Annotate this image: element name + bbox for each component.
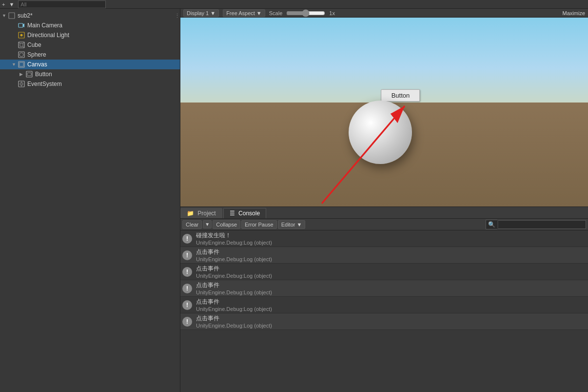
scene-label: sub2* [18,12,33,19]
log-item-4[interactable]: ! 点击事件 UnityEngine.Debug:Log (object) [180,280,588,297]
hierarchy-item-canvas[interactable]: ▼ Canvas [0,60,180,69]
add-button[interactable]: + [2,1,5,7]
console-tab-icon: ☰ [230,210,235,217]
svg-rect-13 [20,62,23,66]
scale-label: Scale [269,10,283,16]
hierarchy-item-main-camera[interactable]: Main Camera [0,21,180,30]
log-main-6: 点击事件 [196,314,272,323]
log-icon-1: ! [182,234,192,244]
viewport-toolbar: Display 1 ▼ Free Aspect ▼ Scale 1x Maxim… [180,9,588,18]
svg-rect-0 [9,13,15,19]
log-text-6: 点击事件 UnityEngine.Debug:Log (object) [196,314,272,329]
camera-icon [18,21,25,29]
log-icon-3: ! [182,267,192,277]
bottom-panel: 📁 Project ☰ Console Clear ▼ Collapse Err… [180,206,588,392]
svg-point-4 [20,34,23,37]
log-item-6[interactable]: ! 点击事件 UnityEngine.Debug:Log (object) [180,313,588,330]
log-icon-6: ! [182,317,192,327]
log-sub-5: UnityEngine.Debug:Log (object) [196,306,272,312]
aspect-label: Free Aspect [226,10,255,16]
console-search-input[interactable] [498,220,586,229]
scene-background: Button [180,18,588,206]
bottom-tabs: 📁 Project ☰ Console [180,207,588,219]
tab-project[interactable]: 📁 Project [180,208,222,218]
main-camera-label: Main Camera [27,22,62,29]
event-system-label: EventSystem [27,81,62,87]
hierarchy-item-sphere[interactable]: Sphere [0,50,180,60]
console-toolbar: Clear ▼ Collapse Error Pause Editor ▼ 🔍 [180,219,588,230]
aspect-dropdown-icon: ▼ [256,10,262,16]
log-icon-4: ! [182,284,192,293]
log-item-5[interactable]: ! 点击事件 UnityEngine.Debug:Log (object) [180,297,588,313]
project-tab-icon: 📁 [187,210,194,217]
log-sub-4: UnityEngine.Debug:Log (object) [196,289,272,295]
collapse-button[interactable]: Collapse [213,220,240,229]
log-main-3: 点击事件 [196,265,272,273]
hierarchy-item-cube[interactable]: Cube [0,40,180,50]
clear-button[interactable]: Clear [182,220,202,229]
cube-label: Cube [27,41,41,48]
canvas-icon [18,61,25,68]
button-icon [25,70,33,78]
expand-arrow-button: ▶ [20,72,25,77]
clear-dropdown[interactable]: ▼ [203,220,212,228]
project-tab-label: Project [197,210,216,217]
svg-point-11 [20,53,23,57]
directional-light-label: Directional Light [27,32,69,39]
console-log-list: ! 碰撞发生啦！ UnityEngine.Debug:Log (object) … [180,230,588,392]
log-item-1[interactable]: ! 碰撞发生啦！ UnityEngine.Debug:Log (object) [180,230,588,247]
log-sub-6: UnityEngine.Debug:Log (object) [196,323,272,329]
expand-arrow-cube [12,42,18,47]
search-icon: 🔍 [486,220,497,229]
editor-label: Editor [281,222,295,227]
log-sub-1: UnityEngine.Debug:Log (object) [196,240,272,246]
expand-arrow-canvas: ▼ [12,62,18,67]
hierarchy-item-scene[interactable]: ▼ sub2* ⋮ [0,11,180,21]
scene-options[interactable]: ⋮ [175,13,180,19]
log-sub-2: UnityEngine.Debug:Log (object) [196,256,272,262]
expand-arrow-event-system [12,82,18,86]
editor-button[interactable]: Editor ▼ [278,220,306,229]
log-text-1: 碰撞发生啦！ UnityEngine.Debug:Log (object) [196,231,272,246]
expand-arrow-dir-light [12,33,18,38]
expand-dropdown[interactable]: ▼ [9,1,14,7]
scale-slider[interactable] [286,9,325,17]
viewport-canvas[interactable]: Button [180,18,588,206]
hierarchy-panel: ▼ sub2* ⋮ Main Camera [0,9,180,392]
display-dropdown-icon: ▼ [210,10,216,16]
canvas-label: Canvas [27,61,47,68]
hierarchy-item-event-system[interactable]: EventSystem [0,79,180,89]
log-main-1: 碰撞发生啦！ [196,231,272,240]
log-main-5: 点击事件 [196,298,272,306]
console-tab-label: Console [238,210,260,217]
event-system-icon [18,80,25,88]
scene-sphere [349,101,412,164]
scale-value-label: 1x [329,10,335,16]
svg-rect-15 [27,73,31,76]
hierarchy-item-button[interactable]: ▶ Button [0,69,180,79]
main-layout: ▼ sub2* ⋮ Main Camera [0,9,588,392]
log-icon-2: ! [182,250,192,260]
error-pause-button[interactable]: Error Pause [241,220,277,229]
log-item-2[interactable]: ! 点击事件 UnityEngine.Debug:Log (object) [180,247,588,264]
sphere-label: Sphere [27,51,46,58]
top-bar: + ▼ [0,0,588,9]
hierarchy-search-input[interactable] [18,0,106,8]
log-text-4: 点击事件 UnityEngine.Debug:Log (object) [196,281,272,295]
maximize-label[interactable]: Maximize [563,10,585,16]
svg-rect-1 [19,23,23,27]
log-sub-3: UnityEngine.Debug:Log (object) [196,273,272,279]
log-main-2: 点击事件 [196,248,272,256]
scene-ui-button[interactable]: Button [381,89,420,102]
sphere-icon [18,51,25,59]
scene-icon [8,12,16,20]
hierarchy-list: ▼ sub2* ⋮ Main Camera [0,9,180,392]
display-button[interactable]: Display 1 ▼ [183,9,219,17]
tab-console[interactable]: ☰ Console [223,208,266,218]
aspect-button[interactable]: Free Aspect ▼ [223,9,265,17]
center-area: Display 1 ▼ Free Aspect ▼ Scale 1x Maxim… [180,9,588,392]
light-icon [18,31,25,39]
hierarchy-item-directional-light[interactable]: Directional Light [0,30,180,40]
log-item-3[interactable]: ! 点击事件 UnityEngine.Debug:Log (object) [180,264,588,280]
expand-arrow-main-camera [12,23,18,28]
